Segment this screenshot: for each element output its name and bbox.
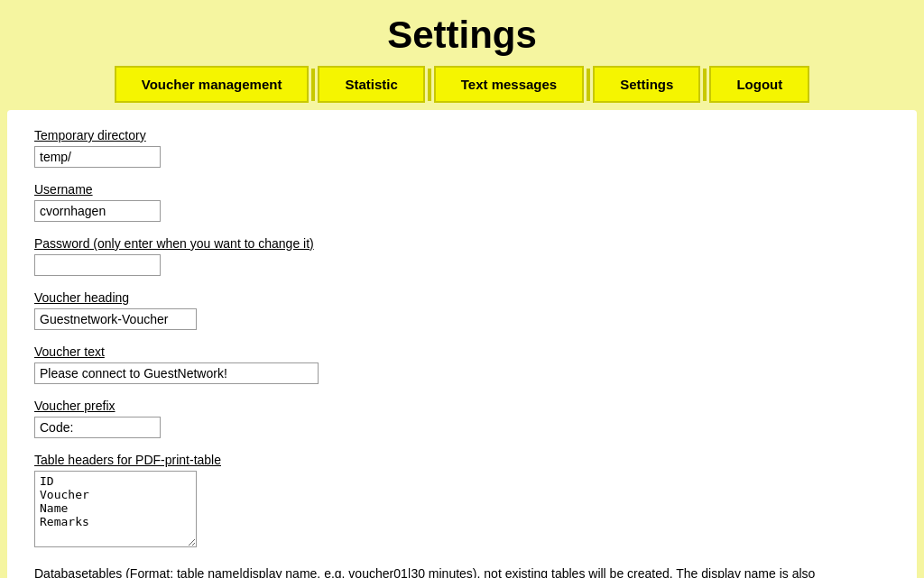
database-tables-description: Databasetables (Format: table name|displ… <box>34 565 846 578</box>
voucher-text-label: Voucher text <box>34 344 890 359</box>
page-header: Settings <box>0 0 924 66</box>
password-input[interactable] <box>34 254 161 276</box>
username-label: Username <box>34 182 890 197</box>
voucher-text-input[interactable] <box>34 362 319 384</box>
voucher-prefix-group: Voucher prefix <box>34 399 890 438</box>
password-label: Password (only enter when you want to ch… <box>34 236 890 251</box>
nav-logout[interactable]: Logout <box>709 66 809 103</box>
table-headers-textarea[interactable]: ID Voucher Name Remarks <box>34 471 197 547</box>
temporary-directory-label: Temporary directory <box>34 128 890 142</box>
voucher-text-group: Voucher text <box>34 344 890 384</box>
voucher-heading-group: Voucher heading <box>34 290 890 330</box>
table-headers-label: Table headers for PDF-print-table <box>34 453 890 467</box>
settings-content: Temporary directory Username Password (o… <box>7 110 917 578</box>
temporary-directory-input[interactable] <box>34 146 161 168</box>
voucher-heading-input[interactable] <box>34 308 197 330</box>
voucher-prefix-input[interactable] <box>34 417 161 438</box>
nav-voucher-management[interactable]: Voucher management <box>115 66 310 103</box>
voucher-heading-label: Voucher heading <box>34 290 890 305</box>
page-title: Settings <box>0 14 924 57</box>
nav-text-messages[interactable]: Text messages <box>434 66 584 103</box>
temporary-directory-group: Temporary directory <box>34 128 890 168</box>
nav-divider-3 <box>587 69 590 101</box>
nav-divider-4 <box>703 69 707 101</box>
nav-divider-1 <box>311 69 315 101</box>
nav-statistic[interactable]: Statistic <box>318 66 424 103</box>
navigation: Voucher management Statistic Text messag… <box>0 66 924 110</box>
nav-settings[interactable]: Settings <box>593 66 700 103</box>
database-tables-group: Databasetables (Format: table name|displ… <box>34 565 890 578</box>
nav-divider-2 <box>428 69 431 101</box>
password-group: Password (only enter when you want to ch… <box>34 236 890 276</box>
username-input[interactable] <box>34 200 161 222</box>
table-headers-group: Table headers for PDF-print-table ID Vou… <box>34 453 890 551</box>
username-group: Username <box>34 182 890 222</box>
voucher-prefix-label: Voucher prefix <box>34 399 890 413</box>
